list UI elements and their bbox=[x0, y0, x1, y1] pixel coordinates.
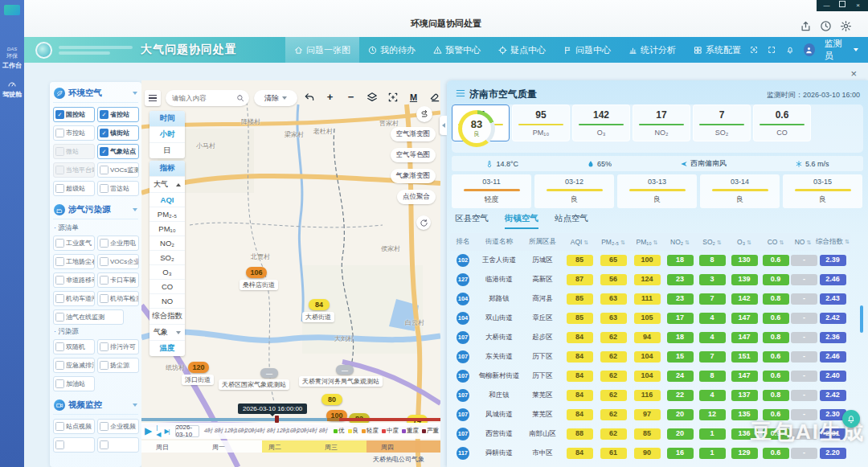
timeline-date[interactable]: 2026-03-10 bbox=[175, 425, 199, 437]
indicator-option[interactable]: O₃ bbox=[149, 264, 185, 279]
table-row[interactable]: 107凤城街道莱芜区84629720121350.6-2.30 bbox=[450, 405, 850, 424]
history-icon[interactable] bbox=[820, 20, 832, 32]
checkbox-icon[interactable] bbox=[100, 342, 108, 351]
time-option[interactable]: 小时 bbox=[149, 126, 185, 142]
filter-chip[interactable]: 加油站 bbox=[53, 376, 95, 391]
step-forward-icon[interactable]: ▶| bbox=[164, 428, 169, 435]
measure-icon[interactable]: M bbox=[407, 90, 420, 104]
nav-item-clock[interactable]: 我的待办 bbox=[359, 37, 424, 63]
filter-chip[interactable]: 工业废气 bbox=[53, 236, 95, 251]
sort-icon[interactable]: ⇅ bbox=[777, 240, 784, 245]
user-menu-caret-icon[interactable] bbox=[854, 48, 858, 51]
pollutant-card[interactable]: 0.6CO bbox=[753, 104, 811, 141]
collapse-caret-icon[interactable] bbox=[133, 404, 137, 407]
checkbox-icon[interactable] bbox=[100, 276, 108, 285]
aqi-marker[interactable]: 84 bbox=[309, 299, 330, 310]
column-header[interactable]: PM₁₀ ⇅ bbox=[630, 238, 664, 246]
indicator-option[interactable]: NO bbox=[149, 293, 185, 308]
maximize-icon[interactable] bbox=[837, 0, 848, 11]
pollutant-card[interactable]: 142O₃ bbox=[572, 104, 630, 141]
column-header[interactable]: AQI ⇅ bbox=[563, 238, 596, 246]
filter-chip[interactable]: 企业用电 bbox=[97, 236, 139, 251]
rail-item-workbench[interactable]: DAS 环保 工作台 bbox=[0, 47, 24, 70]
zoom-in-icon[interactable]: + bbox=[323, 90, 337, 104]
bell-icon[interactable] bbox=[786, 44, 794, 55]
checkbox-icon[interactable] bbox=[100, 166, 108, 174]
zoom-out-icon[interactable]: − bbox=[344, 90, 358, 104]
time-option[interactable]: 日 bbox=[149, 142, 185, 158]
nav-item-flag[interactable]: 问题中心 bbox=[555, 37, 620, 63]
table-row[interactable]: 102王舍人街道历城区85651001881300.6-2.39 bbox=[450, 251, 850, 270]
filter-chip[interactable]: ✓镇街站 bbox=[97, 125, 139, 141]
filter-chip[interactable]: 扬尘源 bbox=[97, 358, 139, 373]
filter-section-header[interactable]: 视频监控 bbox=[53, 397, 138, 415]
indicator-option[interactable]: 综合指数 bbox=[149, 308, 185, 324]
filter-chip[interactable]: 双随机 bbox=[53, 339, 95, 354]
checkbox-icon[interactable]: ✓ bbox=[100, 129, 108, 137]
filter-chip[interactable]: 工地扬尘在线 bbox=[53, 254, 95, 269]
checkbox-icon[interactable] bbox=[55, 379, 64, 388]
sort-icon[interactable]: ⇅ bbox=[582, 240, 588, 245]
filter-chip[interactable]: ✓省控站 bbox=[97, 107, 139, 122]
column-header[interactable]: PM₂.₅ ⇅ bbox=[596, 238, 630, 246]
panel-collapse-handle[interactable] bbox=[440, 116, 447, 135]
step-back-icon[interactable]: |◀ bbox=[156, 424, 160, 438]
filter-chip[interactable]: 市控站 bbox=[53, 125, 95, 141]
checkbox-icon[interactable] bbox=[55, 440, 64, 449]
checkbox-icon[interactable] bbox=[100, 184, 108, 193]
checkbox-icon[interactable] bbox=[55, 257, 64, 266]
checkbox-icon[interactable] bbox=[100, 294, 108, 303]
checkbox-icon[interactable] bbox=[55, 276, 64, 285]
table-row[interactable]: 104双山街道章丘区85631051741470.6-2.42 bbox=[450, 309, 850, 328]
fullscreen-icon[interactable] bbox=[768, 44, 776, 55]
filter-chip[interactable]: ✓气象站点 bbox=[97, 144, 139, 159]
content-close-icon[interactable]: × bbox=[850, 68, 857, 80]
filter-chip[interactable]: 排污许可 bbox=[97, 339, 139, 354]
filter-chip[interactable]: 机动车检测站 bbox=[97, 291, 139, 306]
nav-item-target[interactable]: 疑点中心 bbox=[489, 37, 555, 63]
filter-section-header[interactable]: 涉气污染源 bbox=[53, 202, 138, 219]
checkbox-icon[interactable] bbox=[55, 361, 64, 370]
nav-item-grid[interactable]: 系统配置 bbox=[685, 37, 750, 63]
floating-bell-button[interactable] bbox=[842, 410, 860, 428]
collapse-caret-icon[interactable] bbox=[133, 92, 137, 95]
table-row[interactable]: 127临港街道高新区87561242331390.9-2.46 bbox=[450, 270, 850, 289]
tab-街镇空气[interactable]: 街镇空气 bbox=[505, 213, 538, 229]
table-row[interactable]: 117舜耕街道市中区8461901611290.6-2.20 bbox=[450, 444, 850, 463]
indicator-option[interactable]: PM₂.₅ bbox=[149, 207, 185, 221]
tab-区县空气[interactable]: 区县空气 bbox=[455, 213, 489, 229]
checkbox-icon[interactable]: ✓ bbox=[100, 110, 108, 119]
column-header[interactable]: O₃ ⇅ bbox=[728, 238, 760, 246]
timeline-current-marker[interactable] bbox=[275, 416, 279, 423]
table-row[interactable]: 107东关街道历下区84621041571510.6-2.46 bbox=[450, 347, 850, 367]
weather-station-marker[interactable]: — bbox=[260, 368, 278, 378]
pollutant-card[interactable]: 95PM₁₀ bbox=[512, 104, 570, 141]
sort-icon[interactable]: ⇅ bbox=[805, 240, 811, 245]
overlay-toggle[interactable]: 气象渐变图 bbox=[391, 169, 436, 183]
indicator-option[interactable]: CO bbox=[149, 279, 185, 293]
filter-chip[interactable]: 雷达站 bbox=[97, 181, 139, 196]
filter-chip[interactable]: 企业视频 bbox=[97, 419, 139, 434]
nav-item-home[interactable]: 问题一张图 bbox=[285, 37, 359, 63]
sort-icon[interactable]: ⇅ bbox=[619, 240, 625, 245]
sort-icon[interactable]: ⇅ bbox=[683, 240, 690, 245]
route-icon[interactable] bbox=[416, 106, 432, 122]
indicator-group-weather[interactable]: 气象 bbox=[149, 324, 185, 340]
table-row[interactable]: 107甸柳新村街道历下区84621042481470.6-2.40 bbox=[450, 367, 850, 386]
filter-chip[interactable]: ✓国控站 bbox=[53, 107, 95, 122]
checkbox-icon[interactable]: ✓ bbox=[55, 110, 64, 119]
filter-chip[interactable] bbox=[97, 437, 139, 453]
rail-item-cockpit[interactable]: 驾驶舱 bbox=[0, 79, 24, 99]
checkbox-icon[interactable] bbox=[55, 184, 64, 193]
column-header[interactable]: SO₂ ⇅ bbox=[696, 238, 728, 246]
filter-section-header[interactable]: 环境空气 bbox=[53, 85, 138, 103]
search-icon[interactable] bbox=[236, 94, 244, 102]
layers-icon[interactable] bbox=[365, 90, 379, 104]
map-clear-dropdown[interactable]: 清除 bbox=[254, 90, 297, 106]
table-row[interactable]: 107大桥街道起步区8462941841470.8-2.36 bbox=[450, 328, 850, 347]
pollutant-card[interactable]: 7SO₂ bbox=[693, 104, 751, 141]
column-header[interactable]: 排名 bbox=[450, 237, 476, 247]
filter-chip[interactable]: VOCs监测站 bbox=[97, 162, 139, 178]
undo-icon[interactable] bbox=[302, 90, 316, 104]
tab-站点空气[interactable]: 站点空气 bbox=[555, 213, 588, 229]
